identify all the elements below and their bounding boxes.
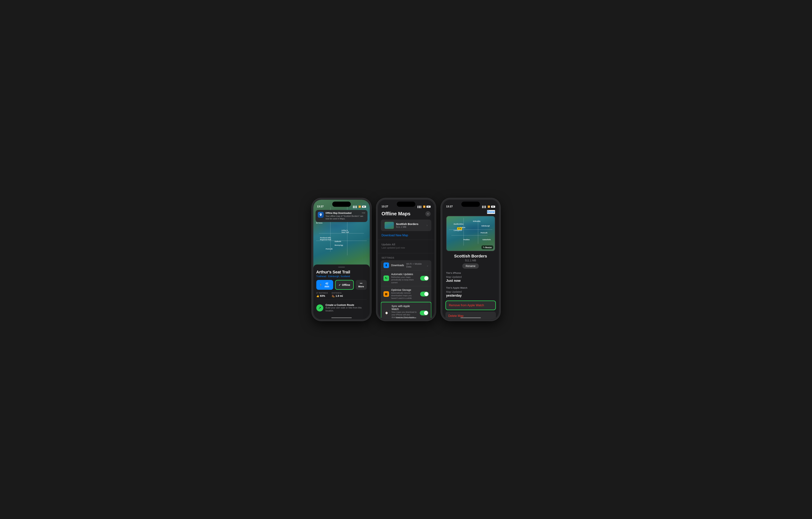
watch-map-updated-label: Map Updated: [446, 290, 462, 293]
preview-label-dunfermline: Dunfermline: [454, 223, 464, 225]
dynamic-island-1: [332, 201, 351, 207]
status-icons-3: ▌▌▌ 📶 90: [482, 206, 495, 208]
signal-icon-1: ▌▌▌: [353, 206, 357, 208]
map-name-section: Scottish Borders 511.1 MB Rename: [442, 251, 499, 270]
route-title: Create a Custom Route: [326, 303, 367, 306]
distance-label: DISTANCE: [332, 292, 343, 294]
watch-section: Tim's Apple Watch Map Updated yesterday: [442, 284, 499, 299]
route-icon: ↗: [316, 304, 323, 311]
ratings-value: 👍 93%: [316, 294, 328, 297]
auto-updates-toggle-knob: [424, 276, 428, 280]
more-label: More: [358, 285, 364, 288]
optimise-toggle[interactable]: [420, 292, 429, 296]
update-all-title: Update All: [382, 243, 431, 246]
action-buttons-row: 🚶 42 min ✓ Offline ••• More: [316, 280, 367, 290]
map-road-h-1: [319, 233, 364, 234]
map-list-item-scottish[interactable]: Scottish Borders 511.1 MB ›: [381, 220, 431, 231]
preview-road-v2: [478, 220, 478, 244]
section-divider-2: [378, 253, 434, 253]
wifi-icon-2: 📶: [423, 206, 426, 208]
signal-icon-2: ▌▌▌: [417, 206, 422, 208]
battery-icon-1: 90: [362, 206, 366, 208]
hike-icon: 🥾: [332, 294, 335, 297]
settings-item-downloads[interactable]: ⬇ Downloads Wi-Fi + Mobile Data ⌄: [381, 260, 431, 270]
remove-from-watch-button[interactable]: Remove from Apple Watch: [445, 301, 496, 310]
auto-updates-toggle[interactable]: [420, 276, 429, 281]
phone-1: 13:27 ▌▌▌ 📶 90 Dunfermline Bo'ness Kirkc…: [312, 198, 371, 321]
status-time-2: 13:27: [382, 205, 388, 208]
settings-item-auto-updates[interactable]: ↻ Automatic Updates Refreshes your maps …: [381, 270, 431, 286]
downloads-right: Wi-Fi + Mobile Data ⌄: [406, 263, 429, 268]
map-item-name: Scottish Borders: [396, 222, 425, 225]
action-list: Remove from Apple Watch Delete Map: [445, 301, 496, 319]
trail-type: Trailhead: [316, 275, 326, 278]
map-detail-size: 511.1 MB: [446, 259, 495, 262]
map-detail-name: Scottish Borders: [446, 254, 495, 258]
phone-3: 13:27 ▌▌▌ 📶 90 Done K: [441, 198, 500, 321]
section-divider-1: [378, 240, 434, 240]
road-sign-a720: A720: [457, 227, 462, 230]
resize-button[interactable]: ⤡ Resize: [482, 245, 493, 249]
map-label-pentland: Pentland HillsRegional Park: [320, 237, 331, 241]
map-label-dalkeith: Dalkeith: [335, 241, 341, 242]
map-label-boness: Bo'ness: [316, 222, 323, 224]
trail-separator: ·: [327, 275, 328, 278]
more-button[interactable]: ••• More: [356, 280, 367, 290]
dots-icon: •••: [360, 282, 362, 284]
battery-icon-2: 90: [427, 206, 431, 208]
offline-button[interactable]: ✓ Offline: [335, 280, 354, 290]
settings-item-optimise[interactable]: ▦ Optimise Storage Automatically remove …: [381, 286, 431, 302]
watch-icon: ⌚: [384, 310, 389, 316]
offline-label: Offline: [342, 283, 350, 286]
distance-stat: DISTANCE 🥾 1.9 mi: [332, 292, 343, 297]
map-preview-inner: Kirkcaldy Dunfermline Falkirk Edinburgh …: [446, 216, 495, 251]
optimise-desc: Automatically remove downloaded maps you…: [391, 292, 418, 300]
resize-label: Resize: [485, 246, 492, 249]
downloads-title: Downloads: [391, 264, 404, 267]
notification-body: Your offline map of "Scottish Borders" c…: [326, 215, 365, 220]
walk-icon: 🚶: [319, 283, 322, 286]
optimise-title: Optimise Storage: [391, 289, 418, 292]
route-desc: Build your own walk or hike from this lo…: [326, 306, 367, 312]
home-indicator-2: [396, 318, 416, 318]
map-item-info: Scottish Borders 511.1 MB: [396, 222, 425, 228]
preview-road-v1: [463, 218, 464, 246]
navigate-button[interactable]: 🚶 42 min: [316, 280, 334, 290]
notification-title: Offline Map Downloaded: [326, 212, 365, 214]
iphone-section: Tim's iPhone Map Updated Just now: [442, 270, 499, 284]
resize-icon: ⤡: [483, 246, 485, 249]
ratings-stat: 27 RATINGS 👍 93%: [316, 292, 328, 297]
custom-route-row[interactable]: ↗ Create a Custom Route Build your own w…: [316, 302, 367, 314]
settings-item-sync-watch[interactable]: ⌚ Sync with Apple Watch New maps you dow…: [381, 302, 431, 319]
auto-updates-desc: Refreshes your maps periodically to keep…: [391, 276, 418, 284]
auto-updates-icon: ↻: [383, 275, 389, 281]
preview-road-h2: [452, 235, 488, 236]
auto-updates-title: Automatic Updates: [391, 273, 418, 276]
close-button[interactable]: ✕: [425, 211, 431, 216]
settings-list: ⬇ Downloads Wi-Fi + Mobile Data ⌄ ↻ Auto…: [381, 260, 431, 319]
done-button[interactable]: Done: [487, 210, 495, 214]
status-time-3: 13:27: [446, 205, 453, 208]
notification-time: now: [362, 212, 365, 214]
settings-section-header: Settings: [378, 255, 434, 260]
sync-watch-toggle[interactable]: [420, 310, 428, 316]
map-label-bonnyrigg: Bonnyrigg: [335, 244, 343, 246]
status-icons-2: ▌▌▌ 📶 90: [417, 206, 430, 208]
notification-banner: Offline Map Downloaded Your offline map …: [316, 210, 368, 222]
trail-name: Arthur's Seat Trail: [316, 270, 367, 275]
map-item-size: 511.1 MB: [396, 225, 425, 228]
map-thumb-inner: [384, 222, 394, 229]
dynamic-island-3: [461, 201, 480, 207]
rename-button[interactable]: Rename: [462, 264, 479, 269]
update-section[interactable]: Update All Last updated just now: [378, 241, 434, 252]
home-indicator-3: [460, 318, 481, 318]
status-time-1: 13:27: [317, 205, 324, 208]
iphone-map-updated-label: Map Updated: [446, 275, 462, 278]
route-text: Create a Custom Route Build your own wal…: [326, 303, 367, 312]
navigate-label: 42 min: [323, 282, 330, 288]
offline-maps-title: Offline Maps: [382, 211, 410, 217]
distance-value: 🥾 1.9 mi: [332, 294, 343, 297]
download-new-map-button[interactable]: Download New Map: [378, 231, 434, 238]
ratings-number: 93%: [320, 294, 325, 297]
preview-label-edinburgh: Edinburgh: [482, 225, 490, 227]
